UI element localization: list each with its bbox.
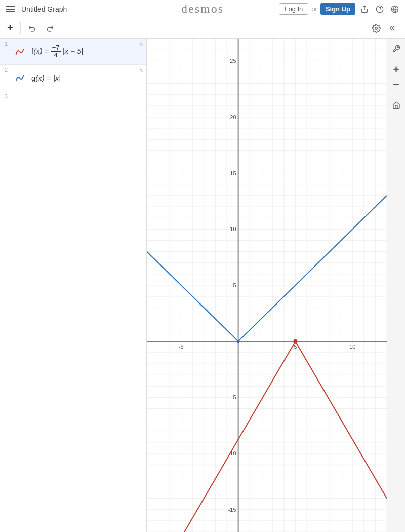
- redo-button[interactable]: [42, 22, 57, 35]
- expression-item-2[interactable]: 2 g(x) = |x| ×: [0, 65, 146, 91]
- expr-formula-1[interactable]: f(x) = −74 |x − 5|: [29, 40, 146, 63]
- wrench-button[interactable]: [389, 42, 403, 56]
- login-button[interactable]: Log In: [279, 3, 308, 15]
- expr-number-3: 3: [0, 91, 10, 99]
- expr-icon-2: [13, 71, 26, 85]
- desmos-logo: desmos: [181, 2, 224, 15]
- undo-button[interactable]: [25, 22, 40, 35]
- graph-area[interactable]: [147, 39, 387, 532]
- right-sidebar: + −: [387, 39, 405, 532]
- share-button[interactable]: [358, 4, 371, 14]
- svg-point-3: [375, 27, 378, 29]
- topbar-center: desmos: [181, 2, 224, 16]
- toolbar: +: [0, 18, 405, 39]
- hamburger-menu-button[interactable]: [4, 5, 17, 13]
- add-expression-button[interactable]: +: [4, 20, 16, 36]
- toolbar-separator: [20, 22, 21, 34]
- expr-close-2[interactable]: ×: [139, 67, 143, 74]
- topbar-left: Untitled Graph: [4, 5, 67, 13]
- expression-item-3[interactable]: 3: [0, 91, 146, 111]
- right-sidebar-divider-2: [391, 95, 402, 95]
- signup-button[interactable]: Sign Up: [320, 3, 355, 15]
- expr-number-2: 2: [0, 65, 10, 73]
- app-title: Untitled Graph: [21, 5, 67, 13]
- expr-formula-2[interactable]: g(x) = |x|: [29, 69, 146, 86]
- graph-canvas: [147, 39, 387, 532]
- home-view-button[interactable]: [389, 98, 403, 112]
- globe-button[interactable]: [389, 4, 401, 14]
- or-label: or: [311, 5, 317, 13]
- expr-number-1: 1: [0, 39, 10, 47]
- expr-close-1[interactable]: ×: [139, 41, 143, 48]
- collapse-panel-button[interactable]: [386, 22, 401, 35]
- expression-panel: 1 f(x) = −74 |x − 5| × 2 g(x) = |x|: [0, 39, 147, 532]
- main-area: 1 f(x) = −74 |x − 5| × 2 g(x) = |x|: [0, 39, 405, 532]
- expr-icon-1: [13, 45, 26, 58]
- expression-item-1[interactable]: 1 f(x) = −74 |x − 5| ×: [0, 39, 146, 65]
- zoom-out-button[interactable]: −: [389, 78, 403, 92]
- settings-button[interactable]: [369, 22, 384, 35]
- hamburger-icon: [6, 6, 15, 12]
- zoom-in-button[interactable]: +: [389, 62, 403, 77]
- right-sidebar-divider: [391, 59, 402, 59]
- help-button[interactable]: [374, 4, 386, 14]
- topbar-right: Log In or Sign Up: [279, 3, 401, 15]
- topbar: Untitled Graph desmos Log In or Sign Up: [0, 0, 405, 18]
